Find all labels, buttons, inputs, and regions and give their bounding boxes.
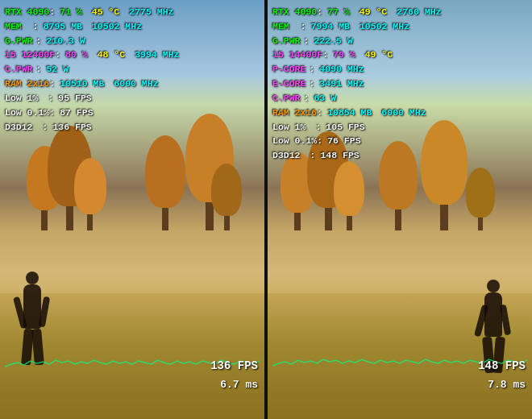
right-low01-line: Low 0.1% : 76 FPS (272, 134, 441, 148)
right-gpwr-line: G.PWR : 222.5 W (272, 34, 441, 48)
left-gpwr-line: G.PWR : 210.3 W (5, 34, 179, 48)
right-fps-counter: 148 FPS (478, 359, 526, 372)
left-mem-mb: 8795 MB (44, 19, 82, 34)
left-gpu-line: RTX 4090 : 71 % 45 °C 2775 MHz (5, 5, 179, 19)
right-hud: RTX 4090 : 77 % 49 °C 2760 MHz MEM : 799… (272, 5, 441, 163)
right-ecore-line: E-CORE : 3491 MHz (272, 77, 441, 91)
left-ms-counter: 6.7 ms (220, 379, 258, 391)
left-ram-mb: 10510 MB (60, 77, 104, 91)
left-cpu-clock: 3994 MHz (135, 48, 179, 62)
left-fps-counter: 136 FPS (210, 359, 258, 372)
left-low1-val: 95 FPS (58, 91, 91, 106)
right-mem-mb: 7994 MB (311, 19, 350, 34)
left-cpwr-val: 52 W (46, 62, 69, 77)
left-cpu-temp: 48 °C (98, 48, 126, 62)
left-low01-line: Low 0.1% : 87 FPS (5, 106, 179, 120)
left-gpwr-val: 210.3 W (46, 34, 85, 48)
right-ms-counter: 7.8 ms (488, 379, 526, 391)
right-panel: RTX 4090 : 77 % 49 °C 2760 MHz MEM : 799… (268, 0, 532, 419)
right-cpwr-line: C.PWR : 63 W (272, 91, 441, 106)
right-api-line: D3D12 : 148 FPS (272, 148, 441, 163)
right-ram-clock: 6000 MHz (381, 106, 426, 120)
right-api-label: D3D12 (272, 148, 301, 163)
left-gpu-label: RTX 4090 (5, 5, 49, 19)
right-low01-label: Low 0.1% (272, 134, 317, 148)
right-pcore-label: P-CORE (272, 62, 305, 77)
right-mem-line: MEM : 7994 MB 10502 MHz (272, 19, 441, 34)
left-hud: RTX 4090 : 71 % 45 °C 2775 MHz MEM : 879… (5, 5, 179, 134)
left-low1-label: Low 1% (5, 91, 38, 106)
right-cpwr-val: 63 W (314, 91, 336, 106)
right-gpwr-label: G.PWR (272, 34, 301, 48)
left-api-label: D3D12 (5, 120, 33, 135)
left-ram-line: RAM 2x16 : 10510 MB 6000 MHz (5, 77, 179, 91)
right-ram-line: RAM 2x16 : 10854 MB 6000 MHz (272, 106, 441, 120)
left-gpwr-label: G.PWR (5, 34, 33, 48)
right-mem-label: MEM (272, 19, 289, 34)
right-gpu-load: 77 % (327, 5, 350, 19)
right-gpu-label: RTX 4090 (272, 5, 317, 19)
right-mem-clock: 10502 MHz (360, 19, 409, 34)
comparison-container: RTX 4090 : 71 % 45 °C 2775 MHz MEM : 879… (0, 0, 532, 419)
left-low01-label: Low 0.1% (5, 106, 49, 120)
right-cpu-load: 79 % (333, 48, 355, 62)
left-cpwr-label: C.PWR (5, 62, 33, 77)
right-gpu-line: RTX 4090 : 77 % 49 °C 2760 MHz (272, 5, 441, 19)
left-cpwr-line: C.PWR : 52 W (5, 62, 179, 77)
left-ram-clock: 6000 MHz (114, 77, 158, 91)
right-ram-mb: 10854 MB (327, 106, 372, 120)
right-low01-val: 76 FPS (327, 134, 360, 148)
right-ram-label: RAM 2x16 (272, 106, 317, 120)
right-gpu-temp: 49 °C (360, 5, 388, 19)
left-cpu-line: i5 12400F : 80 % 48 °C 3994 MHz (5, 48, 179, 62)
left-mem-clock: 10502 MHz (92, 19, 142, 34)
left-cpu-label: i5 12400F (5, 48, 55, 62)
right-low1-label: Low 1% (272, 120, 305, 135)
right-gpu-clock: 2760 MHz (397, 5, 441, 19)
right-api-val: 148 FPS (320, 148, 359, 163)
left-mem-line: MEM : 8795 MB 10502 MHz (5, 19, 179, 34)
right-low1-line: Low 1% : 105 FPS (272, 120, 441, 135)
left-gpu-temp: 45 °C (92, 5, 120, 19)
left-api-line: D3D12 : 136 FPS (5, 120, 179, 135)
left-panel: RTX 4090 : 71 % 45 °C 2775 MHz MEM : 879… (0, 0, 264, 419)
right-cpu-label: i5 14400F (272, 48, 322, 62)
left-ram-label: RAM 2x16 (5, 77, 49, 91)
right-pcore-line: P-CORE : 4090 MHz (272, 62, 441, 77)
right-pcore-val: 4090 MHz (319, 62, 364, 77)
right-ecore-val: 3491 MHz (319, 77, 364, 91)
left-api-val: 136 FPS (52, 120, 91, 135)
right-low1-val: 105 FPS (326, 120, 364, 135)
right-ecore-label: E-CORE (272, 77, 305, 91)
left-low1-line: Low 1% : 95 FPS (5, 91, 179, 106)
right-gpwr-val: 222.5 W (314, 34, 352, 48)
left-gpu-clock: 2775 MHz (129, 5, 173, 19)
left-low01-val: 87 FPS (60, 106, 93, 120)
right-cpu-temp: 49 °C (365, 48, 393, 62)
left-cpu-load: 80 % (65, 48, 88, 62)
left-mem-label: MEM (5, 19, 22, 34)
right-cpwr-label: C.PWR (272, 91, 301, 106)
right-cpu-line: i5 14400F : 79 % 49 °C (272, 48, 441, 62)
left-gpu-load: 71 % (60, 5, 82, 19)
